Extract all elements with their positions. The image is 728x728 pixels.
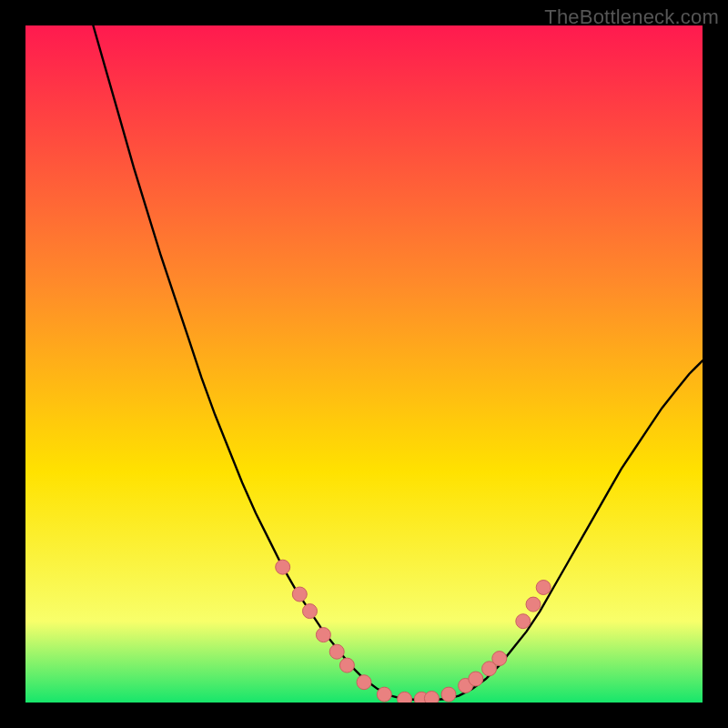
curve-marker <box>292 587 307 602</box>
curve-marker <box>441 687 456 702</box>
curve-marker <box>526 597 541 612</box>
gradient-background <box>25 25 703 703</box>
curve-marker <box>339 658 354 672</box>
curve-marker <box>424 692 439 703</box>
chart-svg <box>25 25 703 703</box>
curve-marker <box>536 581 551 595</box>
curve-marker <box>329 644 344 659</box>
curve-marker <box>469 672 483 686</box>
curve-marker <box>516 614 531 629</box>
plot-area <box>25 25 703 703</box>
curve-marker <box>377 687 391 702</box>
curve-marker <box>398 692 412 703</box>
curve-marker <box>303 604 318 619</box>
curve-marker <box>357 675 371 690</box>
curve-marker <box>276 560 290 574</box>
curve-marker <box>316 628 330 642</box>
curve-marker <box>492 652 507 666</box>
chart-stage: TheBottleneck.com <box>0 0 728 728</box>
